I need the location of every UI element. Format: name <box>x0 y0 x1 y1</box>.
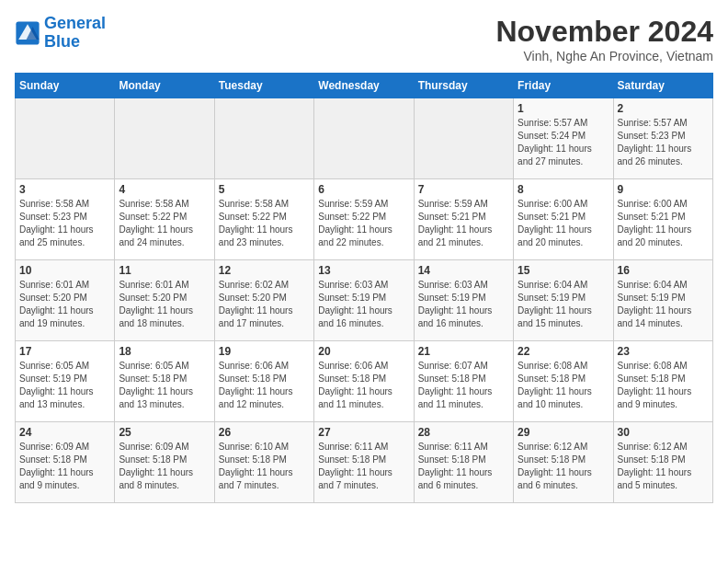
day-cell-0-2 <box>214 98 313 179</box>
day-info-19: Sunrise: 6:06 AM Sunset: 5:18 PM Dayligh… <box>219 360 310 411</box>
day-cell-0-3 <box>314 98 414 179</box>
day-cell-3-2: 19Sunrise: 6:06 AM Sunset: 5:18 PM Dayli… <box>214 341 313 422</box>
day-info-23: Sunrise: 6:08 AM Sunset: 5:18 PM Dayligh… <box>618 360 709 411</box>
day-number-14: 14 <box>418 264 509 277</box>
day-number-3: 3 <box>19 183 110 196</box>
header-wednesday: Wednesday <box>314 74 414 98</box>
day-cell-0-6: 2Sunrise: 5:57 AM Sunset: 5:23 PM Daylig… <box>613 98 712 179</box>
week-row-2: 3Sunrise: 5:58 AM Sunset: 5:23 PM Daylig… <box>16 179 713 260</box>
day-cell-4-2: 26Sunrise: 6:10 AM Sunset: 5:18 PM Dayli… <box>214 422 313 503</box>
day-info-1: Sunrise: 5:57 AM Sunset: 5:24 PM Dayligh… <box>518 117 609 168</box>
day-info-4: Sunrise: 5:58 AM Sunset: 5:22 PM Dayligh… <box>119 198 210 249</box>
day-info-11: Sunrise: 6:01 AM Sunset: 5:20 PM Dayligh… <box>119 279 210 330</box>
header-friday: Friday <box>514 74 613 98</box>
day-info-8: Sunrise: 6:00 AM Sunset: 5:21 PM Dayligh… <box>518 198 609 249</box>
header-tuesday: Tuesday <box>214 74 313 98</box>
logo-line2: Blue <box>44 32 80 51</box>
header-saturday: Saturday <box>613 74 712 98</box>
day-info-17: Sunrise: 6:05 AM Sunset: 5:19 PM Dayligh… <box>19 360 110 411</box>
day-cell-0-4 <box>414 98 513 179</box>
day-cell-2-4: 14Sunrise: 6:03 AM Sunset: 5:19 PM Dayli… <box>414 260 513 341</box>
day-number-21: 21 <box>418 345 509 358</box>
day-number-25: 25 <box>119 426 210 439</box>
day-info-27: Sunrise: 6:11 AM Sunset: 5:18 PM Dayligh… <box>318 441 409 492</box>
day-info-16: Sunrise: 6:04 AM Sunset: 5:19 PM Dayligh… <box>618 279 709 330</box>
day-cell-0-0 <box>16 98 115 179</box>
day-cell-3-3: 20Sunrise: 6:06 AM Sunset: 5:18 PM Dayli… <box>314 341 414 422</box>
calendar-table: Sunday Monday Tuesday Wednesday Thursday… <box>15 73 713 503</box>
day-info-9: Sunrise: 6:00 AM Sunset: 5:21 PM Dayligh… <box>618 198 709 249</box>
day-number-27: 27 <box>318 426 409 439</box>
day-info-3: Sunrise: 5:58 AM Sunset: 5:23 PM Dayligh… <box>19 198 110 249</box>
day-number-12: 12 <box>219 264 310 277</box>
day-number-19: 19 <box>219 345 310 358</box>
week-row-5: 24Sunrise: 6:09 AM Sunset: 5:18 PM Dayli… <box>16 422 713 503</box>
day-cell-2-6: 16Sunrise: 6:04 AM Sunset: 5:19 PM Dayli… <box>613 260 712 341</box>
day-number-29: 29 <box>518 426 609 439</box>
week-row-4: 17Sunrise: 6:05 AM Sunset: 5:19 PM Dayli… <box>16 341 713 422</box>
day-info-2: Sunrise: 5:57 AM Sunset: 5:23 PM Dayligh… <box>618 117 709 168</box>
day-number-30: 30 <box>618 426 709 439</box>
day-info-28: Sunrise: 6:11 AM Sunset: 5:18 PM Dayligh… <box>418 441 509 492</box>
day-number-18: 18 <box>119 345 210 358</box>
day-cell-3-0: 17Sunrise: 6:05 AM Sunset: 5:19 PM Dayli… <box>16 341 115 422</box>
day-cell-1-1: 4Sunrise: 5:58 AM Sunset: 5:22 PM Daylig… <box>115 179 214 260</box>
day-cell-4-4: 28Sunrise: 6:11 AM Sunset: 5:18 PM Dayli… <box>414 422 513 503</box>
day-number-15: 15 <box>518 264 609 277</box>
day-cell-4-6: 30Sunrise: 6:12 AM Sunset: 5:18 PM Dayli… <box>613 422 712 503</box>
day-cell-1-3: 6Sunrise: 5:59 AM Sunset: 5:22 PM Daylig… <box>314 179 414 260</box>
logo-text: General Blue <box>44 15 106 52</box>
day-number-24: 24 <box>19 426 110 439</box>
day-info-14: Sunrise: 6:03 AM Sunset: 5:19 PM Dayligh… <box>418 279 509 330</box>
day-cell-4-1: 25Sunrise: 6:09 AM Sunset: 5:18 PM Dayli… <box>115 422 214 503</box>
logo-icon <box>15 20 40 46</box>
week-row-3: 10Sunrise: 6:01 AM Sunset: 5:20 PM Dayli… <box>16 260 713 341</box>
day-number-1: 1 <box>518 102 609 115</box>
day-info-20: Sunrise: 6:06 AM Sunset: 5:18 PM Dayligh… <box>318 360 409 411</box>
day-cell-1-2: 5Sunrise: 5:58 AM Sunset: 5:22 PM Daylig… <box>214 179 313 260</box>
header-monday: Monday <box>115 74 214 98</box>
title-area: November 2024 Vinh, Nghe An Province, Vi… <box>495 15 713 63</box>
day-number-16: 16 <box>618 264 709 277</box>
day-info-24: Sunrise: 6:09 AM Sunset: 5:18 PM Dayligh… <box>19 441 110 492</box>
day-number-10: 10 <box>19 264 110 277</box>
weekday-header-row: Sunday Monday Tuesday Wednesday Thursday… <box>16 74 713 98</box>
day-info-7: Sunrise: 5:59 AM Sunset: 5:21 PM Dayligh… <box>418 198 509 249</box>
day-number-2: 2 <box>618 102 709 115</box>
day-number-17: 17 <box>19 345 110 358</box>
day-info-22: Sunrise: 6:08 AM Sunset: 5:18 PM Dayligh… <box>518 360 609 411</box>
day-info-10: Sunrise: 6:01 AM Sunset: 5:20 PM Dayligh… <box>19 279 110 330</box>
location-subtitle: Vinh, Nghe An Province, Vietnam <box>495 49 713 63</box>
day-info-15: Sunrise: 6:04 AM Sunset: 5:19 PM Dayligh… <box>518 279 609 330</box>
day-number-7: 7 <box>418 183 509 196</box>
day-cell-3-4: 21Sunrise: 6:07 AM Sunset: 5:18 PM Dayli… <box>414 341 513 422</box>
header: General Blue November 2024 Vinh, Nghe An… <box>15 15 713 63</box>
day-info-30: Sunrise: 6:12 AM Sunset: 5:18 PM Dayligh… <box>618 441 709 492</box>
day-cell-3-1: 18Sunrise: 6:05 AM Sunset: 5:18 PM Dayli… <box>115 341 214 422</box>
month-title: November 2024 <box>495 15 713 49</box>
day-cell-3-6: 23Sunrise: 6:08 AM Sunset: 5:18 PM Dayli… <box>613 341 712 422</box>
day-number-11: 11 <box>119 264 210 277</box>
day-cell-1-4: 7Sunrise: 5:59 AM Sunset: 5:21 PM Daylig… <box>414 179 513 260</box>
day-number-22: 22 <box>518 345 609 358</box>
day-cell-2-1: 11Sunrise: 6:01 AM Sunset: 5:20 PM Dayli… <box>115 260 214 341</box>
day-number-5: 5 <box>219 183 310 196</box>
day-info-29: Sunrise: 6:12 AM Sunset: 5:18 PM Dayligh… <box>518 441 609 492</box>
logo: General Blue <box>15 15 106 52</box>
day-info-26: Sunrise: 6:10 AM Sunset: 5:18 PM Dayligh… <box>219 441 310 492</box>
logo-line1: General <box>44 14 106 32</box>
day-info-13: Sunrise: 6:03 AM Sunset: 5:19 PM Dayligh… <box>318 279 409 330</box>
week-row-1: 1Sunrise: 5:57 AM Sunset: 5:24 PM Daylig… <box>16 98 713 179</box>
day-cell-2-5: 15Sunrise: 6:04 AM Sunset: 5:19 PM Dayli… <box>514 260 613 341</box>
day-info-12: Sunrise: 6:02 AM Sunset: 5:20 PM Dayligh… <box>219 279 310 330</box>
day-cell-1-5: 8Sunrise: 6:00 AM Sunset: 5:21 PM Daylig… <box>514 179 613 260</box>
day-number-23: 23 <box>618 345 709 358</box>
day-cell-1-0: 3Sunrise: 5:58 AM Sunset: 5:23 PM Daylig… <box>16 179 115 260</box>
day-number-6: 6 <box>318 183 409 196</box>
day-cell-2-3: 13Sunrise: 6:03 AM Sunset: 5:19 PM Dayli… <box>314 260 414 341</box>
day-cell-2-2: 12Sunrise: 6:02 AM Sunset: 5:20 PM Dayli… <box>214 260 313 341</box>
day-info-25: Sunrise: 6:09 AM Sunset: 5:18 PM Dayligh… <box>119 441 210 492</box>
day-info-18: Sunrise: 6:05 AM Sunset: 5:18 PM Dayligh… <box>119 360 210 411</box>
day-number-26: 26 <box>219 426 310 439</box>
day-number-9: 9 <box>618 183 709 196</box>
